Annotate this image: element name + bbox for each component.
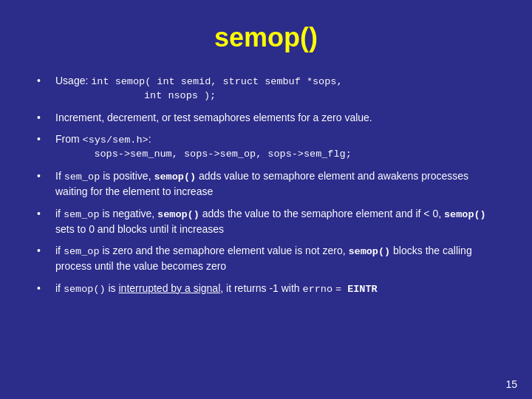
bullet-text: From <sys/sem.h>: sops->sem_num, sops->s…	[55, 132, 495, 162]
bullet-text: Increment, decrement, or test semaphores…	[55, 111, 495, 126]
list-item: • if sem_op is zero and the semaphore el…	[37, 244, 495, 273]
bullet-icon: •	[37, 74, 52, 89]
slide: semop() • Usage: int semop( int semid, s…	[0, 0, 532, 399]
bullet-icon: •	[37, 282, 52, 296]
bullet-text: if sem_op is zero and the semaphore elem…	[55, 244, 495, 273]
bullet-icon: •	[37, 132, 52, 147]
list-item: • Usage: int semop( int semid, struct se…	[37, 74, 495, 103]
bullet-text: Usage: int semop( int semid, struct semb…	[55, 74, 495, 103]
bullet-text: If sem_op is positive, semop() adds valu…	[55, 169, 495, 199]
list-item: • if sem_op is negative, semop() adds th…	[37, 207, 495, 236]
page-number: 15	[505, 378, 517, 390]
bullet-icon: •	[37, 111, 52, 126]
bullet-icon: •	[37, 244, 52, 259]
list-item: • From <sys/sem.h>: sops->sem_num, sops-…	[37, 132, 495, 162]
bullet-icon: •	[37, 207, 52, 222]
slide-title: semop()	[37, 22, 495, 53]
bullet-text: if semop() is interrupted by a signal, i…	[55, 282, 495, 297]
slide-content: • Usage: int semop( int semid, struct se…	[37, 74, 495, 384]
list-item: • if semop() is interrupted by a signal,…	[37, 282, 495, 297]
list-item: • Increment, decrement, or test semaphor…	[37, 111, 495, 126]
list-item: • If sem_op is positive, semop() adds va…	[37, 169, 495, 199]
bullet-text: if sem_op is negative, semop() adds the …	[55, 207, 495, 236]
bullet-icon: •	[37, 169, 52, 184]
